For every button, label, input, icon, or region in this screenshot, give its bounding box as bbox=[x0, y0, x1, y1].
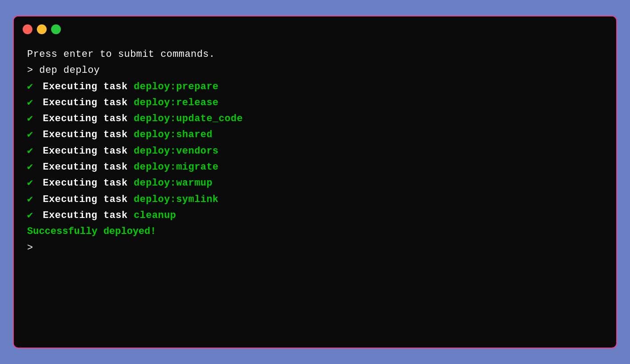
task-name-3: deploy:update_code bbox=[134, 111, 243, 127]
final-prompt: > bbox=[27, 240, 603, 256]
executing-label-5: Executing task bbox=[37, 143, 134, 159]
executing-label-4: Executing task bbox=[37, 127, 134, 143]
task-line-1: ✔ Executing task deploy:prepare bbox=[27, 79, 603, 95]
success-message: Successfully deployed! bbox=[27, 224, 603, 240]
task-name-5: deploy:vendors bbox=[134, 143, 219, 159]
task-name-2: deploy:release bbox=[134, 95, 219, 111]
executing-label-8: Executing task bbox=[37, 192, 134, 208]
checkmark-icon-3: ✔ bbox=[27, 111, 33, 127]
task-line-5: ✔ Executing task deploy:vendors bbox=[27, 143, 603, 159]
task-name-1: deploy:prepare bbox=[134, 79, 219, 95]
executing-label-6: Executing task bbox=[37, 159, 134, 175]
executing-label-9: Executing task bbox=[37, 208, 134, 224]
checkmark-icon-4: ✔ bbox=[27, 127, 33, 143]
close-button[interactable] bbox=[23, 24, 32, 34]
task-name-4: deploy:shared bbox=[134, 127, 212, 143]
task-line-9: ✔ Executing task cleanup bbox=[27, 208, 603, 224]
minimize-button[interactable] bbox=[37, 24, 47, 34]
checkmark-icon-8: ✔ bbox=[27, 192, 33, 208]
task-name-9: cleanup bbox=[134, 208, 176, 224]
checkmark-icon-6: ✔ bbox=[27, 159, 33, 175]
maximize-button[interactable] bbox=[51, 24, 61, 34]
task-name-7: deploy:warmup bbox=[134, 175, 212, 191]
task-name-6: deploy:migrate bbox=[134, 159, 219, 175]
checkmark-icon-2: ✔ bbox=[27, 95, 33, 111]
task-line-6: ✔ Executing task deploy:migrate bbox=[27, 159, 603, 175]
executing-label-3: Executing task bbox=[37, 111, 134, 127]
task-name-8: deploy:symlink bbox=[134, 192, 219, 208]
command-line: > dep deploy bbox=[27, 63, 603, 79]
title-bar bbox=[14, 16, 616, 42]
task-line-2: ✔ Executing task deploy:release bbox=[27, 95, 603, 111]
checkmark-icon-9: ✔ bbox=[27, 208, 33, 224]
task-line-4: ✔ Executing task deploy:shared bbox=[27, 127, 603, 143]
checkmark-icon-5: ✔ bbox=[27, 143, 33, 159]
terminal-window: Press enter to submit commands. > dep de… bbox=[13, 16, 617, 348]
executing-label-1: Executing task bbox=[37, 79, 134, 95]
task-line-8: ✔ Executing task deploy:symlink bbox=[27, 192, 603, 208]
terminal-body[interactable]: Press enter to submit commands. > dep de… bbox=[14, 42, 616, 348]
task-line-3: ✔ Executing task deploy:update_code bbox=[27, 111, 603, 127]
checkmark-icon-1: ✔ bbox=[27, 79, 33, 95]
hint-line: Press enter to submit commands. bbox=[27, 47, 603, 63]
checkmark-icon-7: ✔ bbox=[27, 175, 33, 191]
executing-label-7: Executing task bbox=[37, 175, 134, 191]
task-line-7: ✔ Executing task deploy:warmup bbox=[27, 175, 603, 191]
executing-label-2: Executing task bbox=[37, 95, 134, 111]
